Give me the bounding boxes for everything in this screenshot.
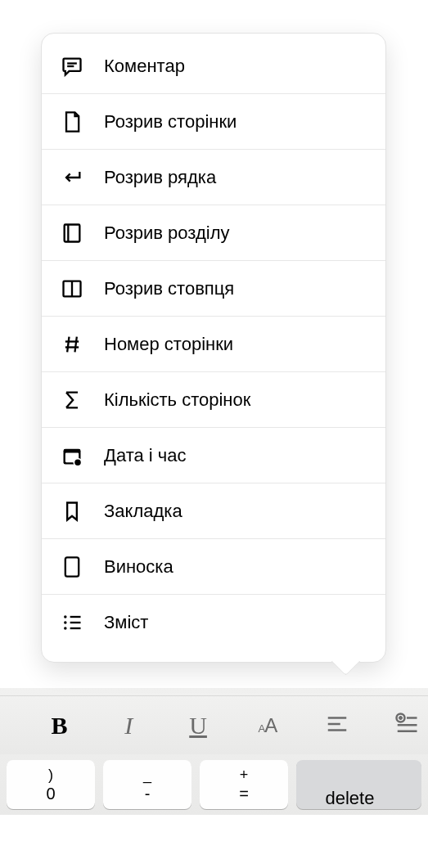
format-toolbar: B I U AA [0,695,428,754]
menu-item-bookmark[interactable]: Закладка [42,483,385,539]
svg-point-12 [74,458,81,465]
key-bottom-label: 0 [46,785,55,802]
menu-item-date-time[interactable]: Дата і час [42,428,385,483]
svg-rect-13 [65,557,79,576]
menu-item-label: Кількість сторінок [104,389,250,411]
menu-item-label: Розрив стовпця [104,278,234,299]
key-delete[interactable]: delete [296,760,421,809]
hash-icon [60,332,84,357]
underline-button[interactable]: U [183,709,214,742]
menu-item-label: Розрив сторінки [104,111,237,133]
crop-bottom [0,815,428,868]
menu-item-line-break[interactable]: Розрив рядка [42,150,385,205]
bold-glyph: B [51,713,67,738]
menu-item-label: Дата і час [104,445,187,466]
svg-point-15 [64,621,67,624]
sigma-icon [60,388,84,412]
key-top-label: _ [143,767,151,782]
menu-item-page-count[interactable]: Кількість сторінок [42,372,385,428]
svg-line-9 [75,336,77,352]
footnote-doc-icon [60,555,84,579]
menu-item-label: Номер сторінки [104,334,233,355]
columns-icon [60,277,84,301]
section-icon [60,221,84,245]
key-bottom-label: = [239,785,249,802]
key-equals[interactable]: + = [200,760,288,809]
key-top-label: + [240,767,249,782]
menu-item-page-number[interactable]: Номер сторінки [42,317,385,372]
key-top-label: ) [48,767,53,782]
italic-button[interactable]: I [114,709,144,742]
menu-item-label: Виноска [104,556,173,578]
svg-line-8 [67,336,69,352]
menu-item-label: Закладка [104,501,182,522]
page-icon [60,110,84,134]
svg-point-14 [64,615,67,618]
insert-menu-popover: Коментар Розрив сторінки Розрив рядка Ро… [41,33,386,663]
keyboard-number-row: ) 0 _ - + = delete [0,754,428,815]
insert-plus-icon [394,712,419,740]
key-0[interactable]: ) 0 [7,760,95,809]
menu-item-section-break[interactable]: Розрив розділу [42,205,385,261]
svg-rect-2 [65,224,80,241]
menu-item-footnote[interactable]: Виноска [42,539,385,595]
key-minus[interactable]: _ - [103,760,191,809]
bookmark-icon [60,499,84,524]
key-bottom-label: - [145,785,151,802]
menu-item-label: Розрив рядка [104,167,216,188]
toc-list-icon [60,610,84,635]
align-icon [325,712,349,740]
menu-item-label: Зміст [104,612,148,633]
comment-icon [60,54,84,79]
menu-item-label: Коментар [104,56,185,77]
svg-point-16 [64,627,67,630]
menu-item-column-break[interactable]: Розрив стовпця [42,261,385,317]
menu-item-toc[interactable]: Зміст [42,595,385,650]
align-button[interactable] [322,709,352,742]
text-style-button[interactable]: AA [252,709,282,742]
calendar-icon [60,443,84,468]
menu-item-page-break[interactable]: Розрив сторінки [42,94,385,150]
text-style-icon: AA [259,714,277,737]
underline-glyph: U [189,713,207,738]
bold-button[interactable]: B [44,709,74,742]
insert-button[interactable] [391,709,421,742]
key-delete-label: delete [326,788,375,809]
menu-item-label: Розрив розділу [104,223,230,244]
return-icon [60,165,84,190]
italic-glyph: I [124,713,133,738]
menu-item-comment[interactable]: Коментар [42,38,385,94]
